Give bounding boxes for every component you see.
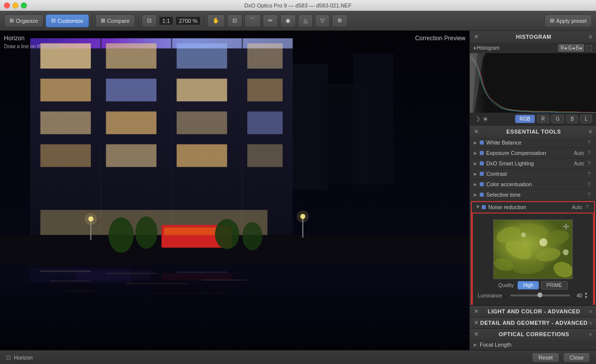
svg-rect-26 — [247, 78, 283, 101]
contrast-label: Contrast — [486, 171, 586, 177]
lca-close-icon[interactable]: ✕ — [474, 308, 479, 315]
tool-noise-reduction-header[interactable]: ▶ Noise reduction Auto ? — [472, 202, 594, 213]
wb-info-icon[interactable]: ? — [586, 140, 592, 146]
photo-scene — [0, 31, 469, 350]
histogram-subheader: ▶ Histogram R◂ G◂ B◂ — [470, 43, 596, 53]
luminance-slider[interactable] — [510, 294, 570, 296]
straighten-tool-button[interactable]: ⌒ — [244, 14, 261, 27]
settings-button[interactable]: ⚙ — [332, 14, 348, 27]
channel-b-button[interactable]: B — [566, 115, 579, 123]
filter-tool-button[interactable]: ▽ — [315, 14, 330, 27]
mask-tool-button[interactable]: △ — [298, 14, 313, 27]
redeye-tool-button[interactable]: ◉ — [280, 14, 296, 27]
tool-contrast[interactable]: ▶ Contrast ? — [470, 169, 596, 179]
window-controls[interactable] — [4, 2, 27, 8]
histogram-svg — [470, 53, 596, 113]
svg-point-48 — [297, 211, 308, 222]
zoom-level-display: 2700 % — [175, 16, 201, 25]
svg-rect-52 — [177, 272, 227, 273]
st-color-dot — [480, 193, 484, 197]
statusbar: ⊡ Horizon Reset Close — [0, 350, 596, 364]
tools-menu-icon[interactable]: ≡ — [589, 128, 592, 135]
oc-expand-icon[interactable]: ≡ — [589, 332, 592, 337]
image-hint-label: Draw a line on the image — [4, 44, 59, 49]
channel-rgb-button[interactable]: RGB — [515, 115, 535, 123]
dga-expand-icon[interactable]: ≡ — [589, 320, 592, 326]
svg-rect-34 — [247, 145, 283, 167]
light-color-header[interactable]: ✕ LIGHT AND COLOR - ADVANCED ≡ — [470, 306, 596, 317]
svg-point-77 — [539, 238, 547, 246]
histogram-header[interactable]: ✕ HISTOGRAM ≡ — [470, 31, 596, 43]
histogram-title: HISTOGRAM — [479, 34, 589, 40]
zoom-fit-button[interactable]: ⊡ — [142, 14, 157, 27]
contrast-info-icon[interactable]: ? — [586, 171, 592, 177]
st-info-icon[interactable]: ? — [586, 192, 592, 198]
svg-rect-31 — [40, 145, 91, 167]
tool-focal-length[interactable]: ▶ Focal Length — [470, 340, 596, 350]
essential-tools-header[interactable]: ✕ ESSENTIAL TOOLS ≡ — [470, 126, 596, 138]
ca-info-icon[interactable]: ? — [586, 182, 592, 187]
toolbar-right: ⊞ Apply preset — [544, 14, 592, 27]
minimize-button[interactable] — [12, 2, 18, 8]
svg-rect-54 — [126, 283, 187, 284]
channel-r-button[interactable]: R — [537, 115, 549, 123]
luminance-arrows[interactable]: ▲ ▼ — [584, 291, 588, 299]
nr-info-icon[interactable]: ? — [584, 205, 590, 210]
dga-title: DETAIL AND GEOMETRY - ADVANCED — [479, 320, 589, 326]
luminance-slider-thumb[interactable] — [537, 292, 542, 297]
separator3 — [204, 15, 204, 27]
tool-color-accent[interactable]: ▶ Color accentuation ? — [470, 179, 596, 190]
close-button[interactable]: Close — [563, 353, 590, 363]
oc-close-icon[interactable]: ✕ — [474, 331, 479, 338]
luminance-value: 40 — [572, 293, 582, 298]
sun-icon[interactable]: ☀ — [482, 115, 489, 123]
optical-corrections-section: ✕ OPTICAL CORRECTIONS ≡ — [470, 328, 596, 340]
optical-corrections-header[interactable]: ✕ OPTICAL CORRECTIONS ≡ — [470, 329, 596, 340]
maximize-button[interactable] — [21, 2, 27, 8]
customize-button[interactable]: ⊟ Customize — [46, 14, 89, 27]
quality-high-button[interactable]: High — [518, 281, 539, 290]
customize-icon: ⊟ — [51, 17, 56, 24]
noise-preview-crosshair-icon[interactable]: ✛ — [563, 222, 569, 231]
detail-geometry-header[interactable]: ✕ DETAIL AND GEOMETRY - ADVANCED ≡ — [470, 317, 596, 328]
tools-close-icon[interactable]: ✕ — [474, 128, 479, 135]
tool-smart-lighting[interactable]: ▶ DxO Smart Lighting Auto ? — [470, 158, 596, 169]
tool-white-balance[interactable]: ▶ White Balance ? — [470, 138, 596, 148]
compare-button[interactable]: ⊠ Compare — [95, 14, 135, 27]
ca-expand-icon: ▶ — [474, 182, 478, 187]
close-button[interactable] — [4, 2, 10, 8]
sl-value: Auto — [574, 161, 584, 166]
organize-button[interactable]: ⊞ Organize — [4, 14, 44, 27]
svg-rect-60 — [161, 273, 232, 281]
tool-selective-tone[interactable]: ▶ Selective tone ? — [470, 190, 596, 200]
histogram-close-icon[interactable]: ✕ — [474, 33, 479, 40]
channel-g-button[interactable]: G — [551, 115, 564, 123]
histogram-menu-icon[interactable]: ≡ — [589, 33, 592, 40]
hand-tool-button[interactable]: ✋ — [207, 14, 225, 27]
photo-svg — [0, 31, 469, 350]
luminance-down-icon[interactable]: ▼ — [584, 295, 588, 299]
lca-expand-icon[interactable]: ≡ — [589, 309, 592, 314]
detail-geometry-advanced-section: ✕ DETAIL AND GEOMETRY - ADVANCED ≡ — [470, 317, 596, 328]
essential-tools-section: ✕ ESSENTIAL TOOLS ≡ ▶ White Balance ? ▶ … — [470, 126, 596, 305]
moon-icon[interactable]: ☽ — [474, 115, 480, 123]
repair-tool-button[interactable]: ✏ — [263, 14, 278, 27]
ca-label: Color accentuation — [486, 181, 586, 187]
main-area: Horizon Draw a line on the image Correct… — [0, 31, 596, 350]
svg-rect-56 — [66, 291, 96, 291]
channel-l-button[interactable]: L — [580, 115, 592, 123]
tool-exposure[interactable]: ▶ Exposure Compensation Auto ? — [470, 148, 596, 158]
image-canvas[interactable]: Horizon Draw a line on the image Correct… — [0, 31, 469, 350]
reset-button[interactable]: Reset — [532, 353, 559, 363]
dga-close-icon[interactable]: ✕ — [474, 319, 479, 326]
quality-prime-button[interactable]: PRIME — [541, 281, 568, 290]
svg-rect-33 — [177, 145, 227, 167]
window-title: DxO Optics Pro 9 — d583 — d583-021.NEF — [244, 2, 352, 8]
sl-info-icon[interactable]: ? — [586, 161, 592, 166]
exp-info-icon[interactable]: ? — [586, 150, 592, 156]
apply-preset-button[interactable]: ⊞ Apply preset — [544, 14, 592, 27]
crop-tool-button[interactable]: ⊡ — [227, 14, 242, 27]
noise-preview-thumbnail: ✛ — [493, 219, 573, 279]
sl-color-dot — [480, 161, 484, 165]
light-color-advanced-section: ✕ LIGHT AND COLOR - ADVANCED ≡ — [470, 305, 596, 317]
